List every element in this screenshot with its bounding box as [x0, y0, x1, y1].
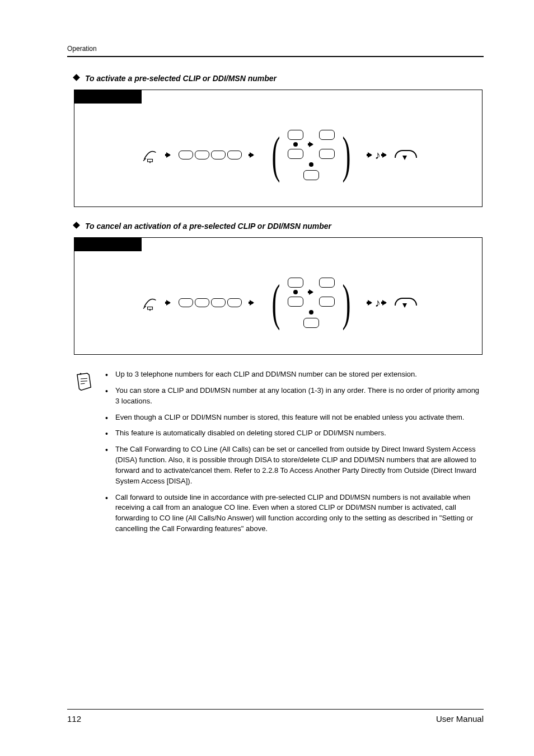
diagram-body: ( [74, 104, 482, 206]
diagram-label-strip [74, 90, 142, 104]
svg-rect-3 [147, 307, 152, 310]
note-item: Call forward to outside line in accordan… [105, 492, 484, 534]
selection-group-icon: ( [262, 274, 360, 331]
svg-line-6 [81, 381, 87, 382]
arrow-icon [166, 152, 171, 158]
notes-list: Up to 3 telephone numbers for each CLIP … [105, 369, 484, 540]
note-clipboard-icon [74, 369, 94, 540]
keypad-icon [179, 298, 242, 307]
diagram-cancel: ( [74, 237, 483, 355]
notes-block: Up to 3 telephone numbers for each CLIP … [74, 369, 484, 540]
confirmation-tone-icon: ♪ [368, 297, 387, 309]
offhook-handset-icon [142, 294, 158, 311]
offhook-handset-icon [142, 147, 158, 163]
diagram-label-strip [74, 238, 142, 251]
arrow-icon [166, 300, 171, 306]
onhook-handset-icon [395, 297, 415, 309]
selection-group-icon: ( [262, 126, 360, 184]
arrow-icon [250, 152, 254, 158]
running-head: Operation [67, 45, 484, 53]
confirmation-tone-icon: ♪ [368, 149, 387, 162]
section-title-cancel: To cancel an activation of a pre-selecte… [85, 222, 331, 231]
arrow-icon [309, 142, 313, 147]
svg-line-5 [81, 378, 87, 379]
keypad-icon [179, 151, 242, 159]
arrow-icon [250, 300, 254, 306]
section-head-activate: To activate a pre-selected CLIP or DDI/M… [74, 74, 484, 83]
section-title-activate: To activate a pre-selected CLIP or DDI/M… [85, 74, 277, 83]
note-item: Even though a CLIP or DDI/MSN number is … [105, 412, 484, 423]
svg-point-4 [80, 373, 82, 375]
diagram-activate: ( [74, 90, 483, 207]
page-footer: 112 User Manual [67, 709, 484, 724]
svg-rect-1 [147, 159, 152, 162]
note-item: The Call Forwarding to CO Line (All Call… [105, 444, 484, 486]
header-rule [67, 56, 484, 57]
diamond-bullet-icon [74, 223, 81, 229]
diamond-bullet-icon [74, 75, 81, 82]
section-head-cancel: To cancel an activation of a pre-selecte… [74, 222, 484, 231]
svg-line-7 [81, 383, 85, 384]
note-item: This feature is automatically disabled o… [105, 428, 484, 439]
arrow-icon [309, 289, 313, 295]
note-item: Up to 3 telephone numbers for each CLIP … [105, 369, 484, 380]
note-item: You can store a CLIP and DDI/MSN number … [105, 386, 484, 407]
page-number: 112 [67, 714, 81, 724]
diagram-body: ( [74, 251, 482, 354]
footer-label: User Manual [436, 714, 484, 724]
onhook-handset-icon [395, 149, 415, 161]
